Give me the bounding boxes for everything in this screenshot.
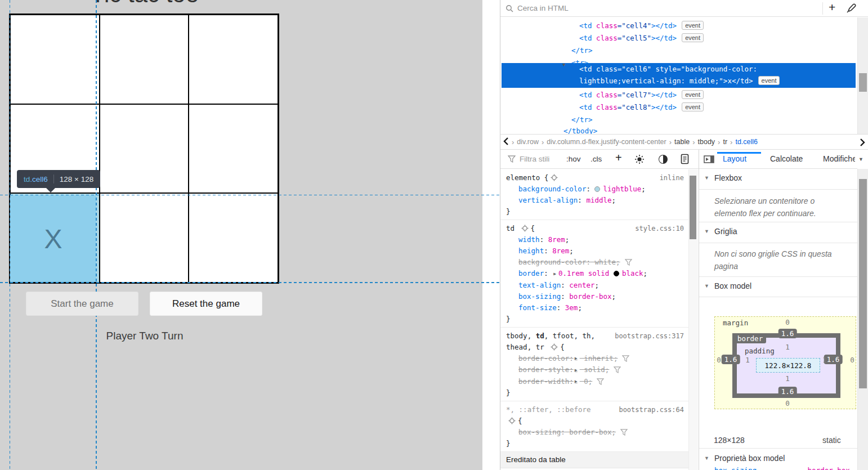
markup-search-bar[interactable]: Cerca in HTML +	[500, 0, 868, 17]
color-swatch[interactable]	[614, 271, 619, 276]
markup-line[interactable]: <td class="cell8"></td>event	[579, 102, 704, 113]
breadcrumb-forward-button[interactable]	[860, 138, 865, 148]
css-declaration[interactable]: width: 8rem;	[506, 234, 684, 245]
reset-game-button[interactable]: Reset the game	[150, 292, 262, 316]
highlight-selector-target-icon[interactable]	[506, 417, 518, 425]
breadcrumb-item[interactable]: div.column.d-flex.justify-content-center	[547, 138, 666, 146]
event-badge[interactable]: event	[682, 102, 704, 111]
markup-line[interactable]: </tr>	[571, 46, 593, 56]
event-badge[interactable]: event	[758, 76, 780, 85]
board-cell[interactable]	[100, 104, 189, 194]
eyedropper-icon[interactable]	[846, 3, 856, 14]
css-declaration[interactable]: border: ▶0.1rem solid black;	[506, 268, 684, 280]
css-declaration[interactable]: background-color: lightblue;	[506, 183, 684, 195]
event-badge[interactable]: event	[682, 33, 704, 42]
markup-line[interactable]: lightblue;vertical-align: middle;">x</td…	[579, 76, 780, 86]
tab-layout[interactable]: Layout	[723, 154, 746, 163]
margin-bottom-value[interactable]: 0	[785, 399, 790, 408]
breadcrumb-item[interactable]: tbody	[698, 138, 715, 146]
highlight-selector-target-icon[interactable]	[548, 343, 560, 351]
overridden-filter-icon[interactable]	[620, 258, 632, 266]
breadcrumb-item[interactable]: tr	[723, 138, 727, 146]
board-cell[interactable]	[100, 15, 189, 104]
box-model-properties-title: Proprietà box model	[714, 454, 785, 463]
markup-line[interactable]: <td class="cell4"></td>event	[579, 21, 704, 31]
box-model-section-header[interactable]: ▼ Box model	[699, 277, 857, 297]
breadcrumb-item[interactable]: td.cell6	[735, 138, 758, 146]
css-declaration[interactable]: height: 8rem;	[506, 245, 684, 257]
tab-overflow-chevron-icon[interactable]: ▼	[858, 156, 863, 162]
rule-selector-line: style.css:10td {	[506, 223, 684, 234]
event-badge[interactable]: event	[682, 90, 704, 99]
tab-modifiche[interactable]: Modifiche	[823, 154, 855, 163]
board-cell[interactable]	[189, 104, 278, 194]
light-theme-icon[interactable]	[634, 154, 645, 164]
add-node-button[interactable]: +	[829, 1, 835, 14]
element-position: static	[822, 436, 841, 445]
sidebar-toggle-icon[interactable]	[704, 155, 715, 163]
stylesheet-source-link[interactable]: bootstrap.css:64	[619, 404, 684, 415]
highlight-selector-target-icon[interactable]	[519, 224, 531, 232]
stylesheet-source-link[interactable]: style.css:10	[635, 223, 684, 234]
styles-toolbar: Filtra stili :hov .cls +	[500, 150, 699, 169]
class-list-button[interactable]: .cls	[590, 155, 602, 163]
css-declaration[interactable]: border-color:▶ inherit;	[506, 353, 684, 365]
markup-line[interactable]: </tbody>	[563, 126, 597, 134]
markup-line[interactable]: <td class="cell6" style="background-colo…	[579, 64, 757, 74]
box-model-properties-header[interactable]: ▼ Proprietà box model	[699, 448, 857, 466]
css-declaration[interactable]: font-size: 3em;	[506, 302, 684, 314]
css-declaration[interactable]: vertical-align: middle;	[506, 195, 684, 206]
styles-scrollbar-thumb[interactable]	[690, 176, 696, 239]
flexbox-section-header[interactable]: ▼ Flexbox	[699, 169, 857, 190]
print-simulation-icon[interactable]	[681, 154, 689, 164]
border-bottom-value[interactable]: 1.6	[778, 387, 797, 396]
inspector-highlight-overlay: x	[10, 195, 96, 282]
css-declaration[interactable]: background-color: white;	[506, 257, 684, 268]
markup-line[interactable]: <td class="cell7"></td>event	[579, 90, 704, 100]
css-declaration[interactable]: box-sizing: border-box;	[506, 291, 684, 302]
board-cell[interactable]	[189, 193, 278, 283]
breadcrumb-item[interactable]: table	[674, 138, 690, 146]
event-badge[interactable]: event	[682, 21, 704, 30]
overridden-filter-icon[interactable]	[616, 428, 628, 436]
box-model-content-region[interactable]: 122.8×122.8	[756, 358, 820, 373]
css-declaration[interactable]: text-align: center;	[506, 280, 684, 291]
color-swatch[interactable]	[594, 186, 600, 192]
expand-caret-icon[interactable]: ▼	[562, 60, 565, 70]
breadcrumb-back-button[interactable]	[503, 137, 509, 147]
padding-left-value[interactable]: 1	[745, 356, 750, 364]
tab-calcolate[interactable]: Calcolate	[770, 154, 803, 163]
markup-line[interactable]: <td class="cell5"></td>event	[579, 33, 704, 43]
padding-right-value[interactable]: 1	[822, 356, 827, 364]
padding-bottom-value[interactable]: 1	[785, 374, 790, 383]
markup-scrollbar-thumb[interactable]	[859, 73, 867, 92]
board-cell[interactable]	[10, 15, 100, 104]
sidebar-scrollbar-thumb[interactable]	[859, 179, 867, 388]
css-declaration[interactable]: border-style:▶ solid;	[506, 364, 684, 376]
border-top-value[interactable]: 1.6	[778, 329, 797, 338]
padding-top-value[interactable]: 1	[785, 343, 790, 351]
overridden-filter-icon[interactable]	[609, 365, 621, 374]
contrast-icon[interactable]	[658, 154, 668, 164]
player-turn-status: Player Two Turn	[0, 330, 289, 342]
grid-section-header[interactable]: ▼ Griglia	[699, 222, 857, 243]
breadcrumb-item[interactable]: div.row	[517, 138, 539, 146]
stylesheet-source-link[interactable]: bootstrap.css:317	[615, 330, 684, 342]
css-declaration[interactable]: box-sizing: border-box;	[506, 427, 684, 438]
new-rule-button[interactable]: +	[615, 151, 622, 164]
border-left-value[interactable]: 1.6	[722, 355, 740, 364]
markup-line[interactable]: </tr>	[571, 115, 593, 125]
highlight-selector-target-icon[interactable]	[548, 173, 560, 182]
board-cell[interactable]	[189, 15, 278, 104]
css-declaration[interactable]: border-width:▶ 0;	[506, 376, 684, 388]
board-cell[interactable]	[100, 193, 189, 283]
margin-left-value[interactable]: 0	[717, 356, 721, 364]
margin-right-value[interactable]: 0	[850, 356, 854, 364]
margin-top-value[interactable]: 0	[785, 318, 790, 326]
pseudo-class-button[interactable]: :hov	[566, 155, 581, 163]
stylesheet-source-link[interactable]: inline	[660, 172, 684, 183]
start-game-button[interactable]: Start the game	[26, 292, 138, 316]
overridden-filter-icon[interactable]	[618, 354, 629, 362]
overridden-filter-icon[interactable]	[592, 377, 604, 386]
filter-styles-placeholder[interactable]: Filtra stili	[520, 155, 549, 163]
